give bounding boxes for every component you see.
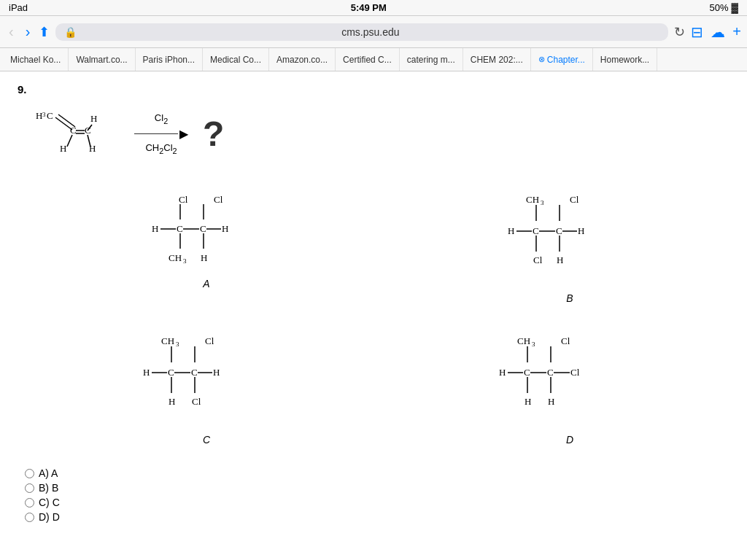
question-number: 9.	[18, 83, 729, 96]
svg-text:C: C	[200, 223, 206, 234]
cloud-button[interactable]: ☁	[711, 23, 725, 41]
svg-text:H: H	[152, 223, 158, 234]
option-c[interactable]: C) C	[25, 497, 729, 508]
option-a-label: A) A	[39, 467, 58, 479]
option-b[interactable]: B) B	[25, 482, 729, 494]
svg-text:3: 3	[176, 341, 179, 348]
label-a: A	[203, 278, 209, 289]
svg-text:Cl: Cl	[533, 254, 543, 265]
option-c-label: C) C	[39, 497, 60, 508]
bookmark-michael[interactable]: Michael Ko...	[3, 48, 69, 71]
reagent2: CH2Cl2	[145, 142, 177, 155]
address-bar[interactable]: 🔒 cms.psu.edu	[55, 23, 668, 41]
bookmark-label: Medical Co...	[210, 55, 261, 65]
radio-c[interactable]	[25, 498, 34, 508]
radio-d[interactable]	[25, 513, 34, 522]
svg-text:C: C	[177, 223, 183, 234]
bookmark-label: Chapter...	[547, 55, 585, 65]
option-d-label: D) D	[39, 511, 60, 523]
new-tab-button[interactable]: +	[732, 23, 741, 41]
option-d[interactable]: D) D	[25, 511, 729, 523]
share-button[interactable]: ⬆	[39, 24, 50, 40]
svg-text:C: C	[533, 225, 539, 236]
option-a[interactable]: A) A	[25, 467, 729, 479]
battery-icon: ▓	[732, 2, 738, 13]
bookmark-label: catering m...	[407, 55, 455, 65]
bookmark-catering[interactable]: catering m...	[400, 48, 463, 71]
status-bar: iPad 5:49 PM 50% ▓	[0, 0, 747, 16]
reagent1: Cl2	[155, 112, 168, 125]
back-button[interactable]: ‹	[6, 22, 17, 42]
bookmark-label: CHEM 202:...	[471, 55, 523, 65]
reaction-area: H 3 C C C H H H Cl2	[18, 104, 729, 163]
svg-text:H: H	[508, 225, 514, 236]
svg-text:Cl: Cl	[179, 194, 188, 205]
choice-d: CH 3 Cl H C C Cl H H	[410, 333, 729, 446]
radio-a[interactable]	[25, 469, 34, 478]
bookmark-chapter[interactable]: ⊗ Chapter...	[531, 48, 593, 71]
svg-text:C: C	[524, 367, 530, 378]
label-d: D	[566, 434, 573, 446]
lock-icon: 🔒	[64, 26, 77, 38]
svg-text:H: H	[143, 367, 150, 378]
choice-c: CH 3 Cl H C C H H Cl	[47, 333, 366, 446]
svg-text:H: H	[499, 367, 506, 378]
svg-text:H: H	[548, 396, 554, 407]
battery-percent: 50%	[709, 2, 728, 13]
status-time: 5:49 PM	[351, 2, 387, 13]
content-area: 9. H 3 C C C H H H	[0, 71, 747, 560]
svg-text:C: C	[556, 225, 562, 236]
svg-text:H: H	[36, 110, 42, 121]
option-b-label: B) B	[39, 482, 58, 494]
choices-grid: Cl Cl H C C H CH 3	[47, 192, 729, 446]
svg-text:C: C	[47, 110, 53, 121]
svg-text:H: H	[578, 225, 584, 236]
refresh-button[interactable]: ↻	[674, 24, 685, 40]
svg-text:Cl: Cl	[570, 194, 579, 205]
svg-text:CH: CH	[161, 335, 174, 346]
label-c: C	[203, 434, 210, 446]
bookmark-label: Paris iPhon...	[143, 55, 195, 65]
svg-text:Cl: Cl	[561, 335, 570, 346]
svg-text:3: 3	[42, 111, 46, 118]
tab-view-button[interactable]: ⊟	[691, 23, 703, 41]
bookmark-walmart[interactable]: Walmart.co...	[69, 48, 135, 71]
svg-text:3: 3	[532, 341, 535, 348]
svg-text:H: H	[201, 252, 207, 263]
question-mark: ?	[203, 114, 224, 154]
close-icon: ⊗	[538, 55, 545, 64]
bookmark-label: Michael Ko...	[10, 55, 61, 65]
svg-text:H: H	[169, 396, 175, 407]
svg-text:Cl: Cl	[570, 367, 580, 378]
radio-options: A) A B) B C) C D) D	[18, 467, 729, 523]
bookmark-chem[interactable]: CHEM 202:...	[463, 48, 531, 71]
bookmark-homework[interactable]: Homework...	[593, 48, 657, 71]
svg-text:H: H	[90, 113, 97, 124]
svg-text:3: 3	[183, 257, 187, 265]
bookmark-certified[interactable]: Certified C...	[336, 48, 400, 71]
radio-b[interactable]	[25, 483, 34, 493]
nav-bar: ‹ › ⬆ 🔒 cms.psu.edu ↻ ⊟ ☁ +	[0, 16, 747, 48]
choice-a: Cl Cl H C C H CH 3	[47, 192, 366, 304]
bookmark-label: Homework...	[600, 55, 649, 65]
svg-text:H: H	[525, 396, 531, 407]
svg-text:C: C	[191, 367, 198, 378]
svg-text:H: H	[222, 223, 228, 234]
svg-text:Cl: Cl	[205, 335, 214, 346]
forward-button[interactable]: ›	[23, 22, 34, 42]
svg-text:CH: CH	[517, 335, 530, 346]
status-left: iPad	[9, 2, 28, 13]
address-text: cms.psu.edu	[81, 26, 659, 38]
bookmark-amazon[interactable]: Amazon.co...	[269, 48, 336, 71]
svg-text:Cl: Cl	[192, 396, 201, 407]
bookmark-paris[interactable]: Paris iPhon...	[136, 48, 203, 71]
bookmark-medical[interactable]: Medical Co...	[203, 48, 269, 71]
molecule-a: Cl Cl H C C H CH 3	[148, 192, 265, 272]
choice-b: CH 3 Cl H C C H Cl H	[410, 192, 729, 304]
reactant-molecule: H 3 C C C H H H	[32, 104, 120, 163]
device-label: iPad	[9, 2, 28, 13]
svg-text:H: H	[557, 254, 563, 265]
svg-text:CH: CH	[526, 194, 539, 205]
reaction-arrow: Cl2 ▶ CH2Cl2	[134, 112, 188, 155]
svg-text:Cl: Cl	[214, 194, 223, 205]
